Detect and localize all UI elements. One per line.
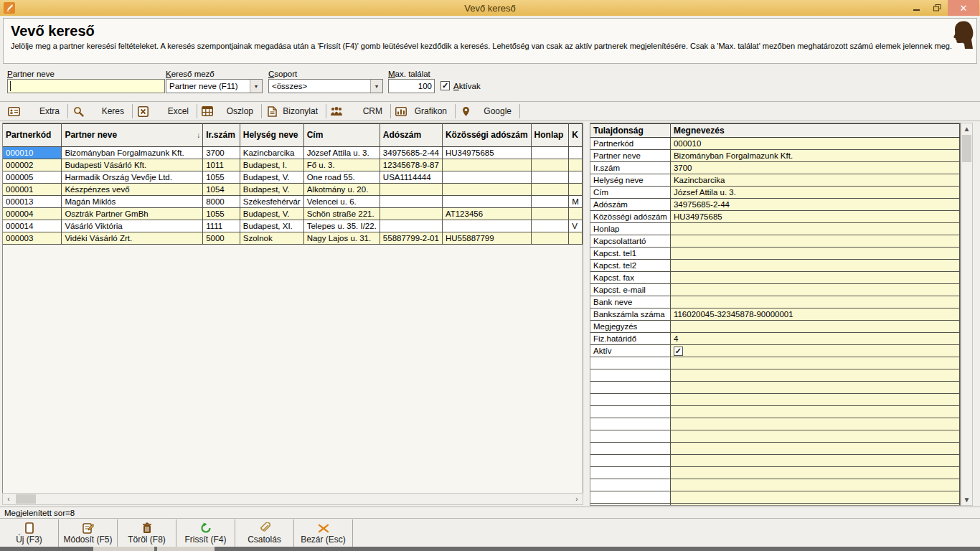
toolbar-button-crm[interactable]: CRM	[329, 103, 388, 120]
property-value[interactable]	[670, 296, 959, 309]
detail-row[interactable]: Ir.szám3700	[590, 162, 960, 174]
cell[interactable]: HU55887799	[442, 232, 531, 245]
scroll-down-icon[interactable]: ▼	[961, 496, 972, 504]
aktivak-checkbox[interactable]: ✓	[440, 81, 450, 90]
restore-button[interactable]	[927, 0, 948, 16]
action-button-csatolás[interactable]: Csatolás	[235, 519, 294, 547]
horizontal-scrollbar[interactable]: ‹ ›	[2, 493, 583, 505]
aktivak-checkbox-row[interactable]: ✓ Aktívak	[440, 81, 481, 90]
column-header[interactable]: Honlap	[531, 124, 569, 147]
detail-row[interactable]: Adószám34975685-2-44	[590, 199, 960, 211]
cell[interactable]: 000005	[3, 171, 62, 184]
table-row[interactable]: 000013Magán Miklós8000SzékesfehérvárVele…	[3, 196, 583, 208]
detail-row[interactable]: Megjegyzés	[590, 321, 960, 333]
scroll-right-icon[interactable]: ›	[571, 495, 583, 503]
csoport-select[interactable]: <összes> ▼	[268, 79, 383, 93]
property-value[interactable]	[670, 260, 959, 272]
property-value[interactable]	[670, 284, 959, 296]
cell[interactable]: 3700	[203, 147, 240, 159]
partner-neve-input[interactable]	[7, 79, 165, 93]
cell[interactable]: 000003	[3, 232, 62, 245]
table-row[interactable]: 000001Készpénzes vevő1054Budapest, V.Alk…	[3, 184, 583, 196]
cell[interactable]: Harmadik Ország Vevője Ltd.	[62, 171, 203, 184]
column-header[interactable]: Helység neve	[240, 124, 303, 147]
cell[interactable]	[531, 220, 569, 232]
cell[interactable]: 1011	[203, 159, 240, 171]
property-value[interactable]: Kazincbarcika	[670, 174, 959, 187]
cell[interactable]: 000010	[3, 147, 62, 159]
minimize-button[interactable]	[906, 0, 927, 16]
cell[interactable]	[380, 208, 442, 220]
cell[interactable]	[531, 196, 569, 208]
cell[interactable]: 000014	[3, 220, 62, 232]
detail-row[interactable]: Közösségi adószámHU34975685	[590, 211, 960, 223]
kereso-mezo-select[interactable]: Partner neve (F11) ▼	[166, 79, 263, 93]
cell[interactable]	[569, 232, 583, 245]
cell[interactable]: Magán Miklós	[62, 196, 203, 208]
toolbar-button-google[interactable]: Google	[458, 103, 517, 120]
detail-row[interactable]: CímJózsef Attila u. 3.	[590, 187, 960, 199]
cell[interactable]: Schön straße 221.	[303, 208, 380, 220]
cell[interactable]: 1055	[203, 171, 240, 184]
column-header[interactable]: Partner neve↓	[62, 124, 203, 147]
column-header[interactable]: Cím	[303, 124, 380, 147]
cell[interactable]	[531, 171, 569, 184]
property-value[interactable]: József Attila u. 3.	[670, 187, 959, 199]
cell[interactable]: Budapest, XI.	[240, 220, 303, 232]
scrollbar-track[interactable]	[14, 494, 571, 504]
cell[interactable]	[531, 147, 569, 159]
column-header[interactable]: Közösségi adószám	[442, 124, 531, 147]
toolbar-button-excel[interactable]: Excel	[135, 103, 194, 120]
cell[interactable]	[569, 184, 583, 196]
cell[interactable]: Budapest, I.	[240, 159, 303, 171]
cell[interactable]	[442, 159, 531, 171]
property-value[interactable]	[670, 321, 959, 333]
aktiv-checkbox[interactable]: ✓	[674, 347, 683, 356]
chevron-down-icon[interactable]: ▼	[250, 80, 262, 93]
action-button-bezár-esc[interactable]: Bezár (Esc)	[294, 519, 353, 547]
cell[interactable]: 34975685-2-44	[380, 147, 442, 159]
vertical-scrollbar[interactable]: ▲ ▼	[961, 123, 973, 506]
detail-row[interactable]: Bankszámla száma116020045-32345878-90000…	[590, 309, 960, 321]
cell[interactable]: József Attila u. 3.	[303, 147, 380, 159]
property-value[interactable]	[670, 223, 959, 235]
cell[interactable]	[569, 147, 583, 159]
scrollbar-thumb[interactable]	[16, 494, 36, 504]
cell[interactable]: Budapest, V.	[240, 208, 303, 220]
detail-row[interactable]: Kapcst. e-mail	[590, 284, 960, 296]
cell[interactable]	[442, 184, 531, 196]
property-value[interactable]: Bizományban Forgalmazunk Kft.	[670, 150, 959, 162]
column-header[interactable]: Megnevezés	[670, 124, 959, 138]
cell[interactable]	[531, 232, 569, 245]
toolbar-button-bizonylat[interactable]: Bizonylat	[264, 103, 324, 120]
cell[interactable]: Osztrák Partner GmBh	[62, 208, 203, 220]
cell[interactable]: 1055	[203, 208, 240, 220]
property-value[interactable]: 116020045-32345878-90000001	[670, 309, 959, 321]
cell[interactable]	[380, 184, 442, 196]
scroll-left-icon[interactable]: ‹	[3, 495, 14, 503]
cell[interactable]: Székesfehérvár	[240, 196, 303, 208]
scrollbar-thumb[interactable]	[962, 135, 971, 162]
cell[interactable]: V	[569, 220, 583, 232]
property-value[interactable]: 34975685-2-44	[670, 199, 959, 211]
column-header[interactable]: K	[569, 124, 583, 147]
cell[interactable]: Bizományban Forgalmazunk Kft.	[62, 147, 203, 159]
detail-row[interactable]: Partnerkód000010	[590, 138, 960, 150]
cell[interactable]: 1111	[203, 220, 240, 232]
cell[interactable]: Budapest, V.	[240, 171, 303, 184]
cell[interactable]: 000004	[3, 208, 62, 220]
table-row[interactable]: 000003Vidéki Vásárló Zrt.5000SzolnokNagy…	[3, 232, 583, 245]
property-value[interactable]: ✓	[670, 345, 959, 357]
cell[interactable]: Budapest, V.	[240, 184, 303, 196]
detail-row[interactable]: Helység neveKazincbarcika	[590, 174, 960, 187]
cell[interactable]	[569, 208, 583, 220]
max-talalat-input[interactable]: 100	[388, 79, 435, 93]
cell[interactable]: Telepes u. 35. I/22.	[303, 220, 380, 232]
cell[interactable]	[531, 159, 569, 171]
cell[interactable]	[442, 171, 531, 184]
detail-row[interactable]: Kapcsolattartó	[590, 235, 960, 248]
cell[interactable]	[569, 171, 583, 184]
action-button-új-f3[interactable]: Új (F3)	[0, 519, 59, 547]
column-header[interactable]: Ir.szám	[203, 124, 240, 147]
property-value[interactable]: 000010	[670, 138, 959, 150]
